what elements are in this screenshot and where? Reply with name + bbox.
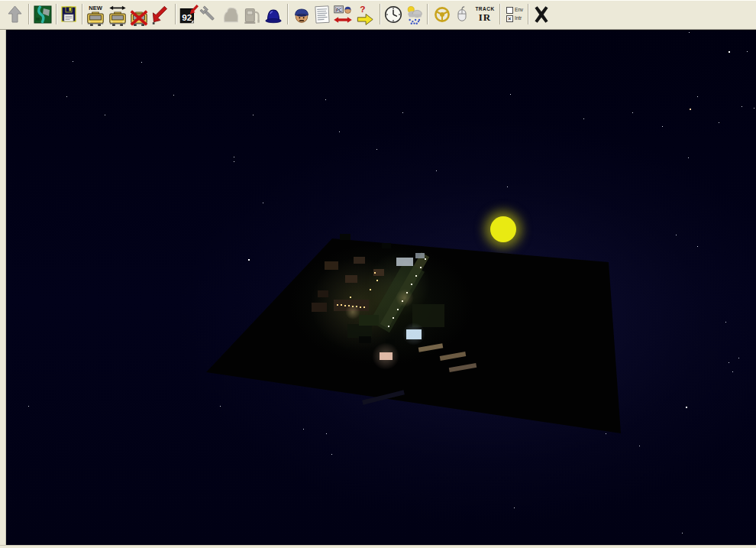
village-structure <box>362 390 405 404</box>
pc-label: PC <box>336 8 342 12</box>
delete-bus-icon <box>129 3 149 26</box>
street-light <box>420 267 422 268</box>
intr-checkbox-label: Intr <box>515 16 522 21</box>
time-button[interactable] <box>383 2 403 28</box>
village-structure <box>318 290 328 297</box>
exit-button[interactable] <box>531 2 551 28</box>
world-view[interactable] <box>0 0 756 548</box>
save-floppy-icon <box>60 4 78 25</box>
omsi-window: { "toolbar": { "new_bus_label": "NEW", "… <box>0 0 756 548</box>
street-light <box>388 326 389 327</box>
separator <box>175 4 176 24</box>
separator <box>56 4 57 24</box>
window-frame-left <box>0 29 6 548</box>
village-structure <box>340 234 351 240</box>
village-structure <box>359 315 379 326</box>
main-toolbar: NEW <box>0 0 756 30</box>
route-help-button[interactable]: ? <box>355 2 375 28</box>
street-light <box>425 258 426 260</box>
beacon-button[interactable] <box>263 2 283 28</box>
steering-wheel-icon <box>433 4 451 25</box>
village-structure <box>354 257 365 264</box>
light-glow <box>402 323 425 345</box>
village-structure <box>345 275 357 283</box>
street-light <box>350 297 351 298</box>
refuel-pump-icon <box>242 3 262 26</box>
street-light <box>360 306 361 308</box>
env-checkbox-label: Env <box>515 8 523 13</box>
save-button[interactable] <box>60 2 78 28</box>
map-view-button[interactable] <box>33 2 53 28</box>
street-light <box>374 272 376 274</box>
separator <box>287 4 289 24</box>
separator <box>82 4 83 24</box>
street-light <box>411 284 412 285</box>
swap-control-button[interactable]: PC <box>333 2 353 28</box>
village-structure <box>396 258 413 266</box>
light-glow <box>345 304 360 319</box>
move-bus-button[interactable] <box>108 2 128 28</box>
route-help-arrow-icon: ? <box>355 3 375 26</box>
delete-bus-button[interactable] <box>129 2 149 28</box>
goto-target-arrow-icon <box>150 3 170 26</box>
exit-x-icon <box>531 3 551 26</box>
driver-icon <box>292 3 312 26</box>
view-options-button[interactable]: Env ✕ Intr <box>502 2 527 28</box>
repair-button[interactable] <box>199 2 219 28</box>
weather-icon <box>404 3 424 26</box>
new-bus-button[interactable]: NEW <box>86 2 105 28</box>
collapse-toolbar-button[interactable] <box>6 2 24 28</box>
street-light <box>363 306 365 308</box>
clock-icon <box>383 3 403 26</box>
separator <box>528 4 529 24</box>
village-structure <box>418 343 444 352</box>
street-light <box>337 304 338 306</box>
question-mark-label: ? <box>360 4 365 14</box>
window-frame-bottom <box>0 545 756 548</box>
beacon-icon <box>263 3 283 26</box>
village-structure <box>440 352 467 361</box>
move-bus-icon <box>108 3 128 26</box>
village-structure <box>382 243 391 248</box>
timetable-button[interactable] <box>312 2 332 28</box>
new-bus-icon: NEW <box>86 3 105 26</box>
street-light <box>376 280 378 281</box>
street-light <box>393 317 394 319</box>
village-structure <box>415 253 425 258</box>
bag-button-disabled[interactable] <box>221 2 241 28</box>
timetable-icon <box>312 3 332 26</box>
mouse-control-button[interactable] <box>454 2 470 28</box>
view-options-checkboxes-icon: Env ✕ Intr <box>506 7 523 22</box>
new-label: NEW <box>89 5 102 11</box>
village-structure <box>325 261 338 270</box>
driver-button[interactable] <box>292 2 312 28</box>
env-checkbox[interactable] <box>506 7 513 14</box>
separator <box>380 4 381 24</box>
separator <box>427 4 428 24</box>
repair-wrench-icon <box>199 3 219 26</box>
mouse-icon <box>454 4 470 25</box>
village-structure <box>312 303 327 312</box>
weather-button[interactable] <box>404 2 424 28</box>
track-ir-button[interactable]: TRACK IR <box>473 2 497 28</box>
track-ir-icon: TRACK IR <box>475 7 494 22</box>
up-arrow-icon <box>6 4 24 25</box>
intr-checkbox[interactable]: ✕ <box>506 15 513 22</box>
trackir-label-bottom: IR <box>479 12 491 22</box>
street-light <box>397 309 399 310</box>
line-92-icon: 92 <box>179 3 199 26</box>
street-light <box>415 275 417 277</box>
street-light <box>370 289 371 290</box>
village-structure <box>449 363 477 372</box>
steering-wheel-button[interactable] <box>433 2 451 28</box>
line-select-button[interactable]: 92 <box>179 2 199 28</box>
bag-icon <box>221 3 241 26</box>
refuel-button-disabled[interactable] <box>242 2 262 28</box>
street-light <box>344 305 346 306</box>
light-glow <box>372 342 399 370</box>
street-light <box>341 304 342 306</box>
village-layer <box>0 0 756 548</box>
separator <box>499 4 501 24</box>
map-view-icon <box>34 4 52 25</box>
goto-target-button[interactable] <box>150 2 170 28</box>
